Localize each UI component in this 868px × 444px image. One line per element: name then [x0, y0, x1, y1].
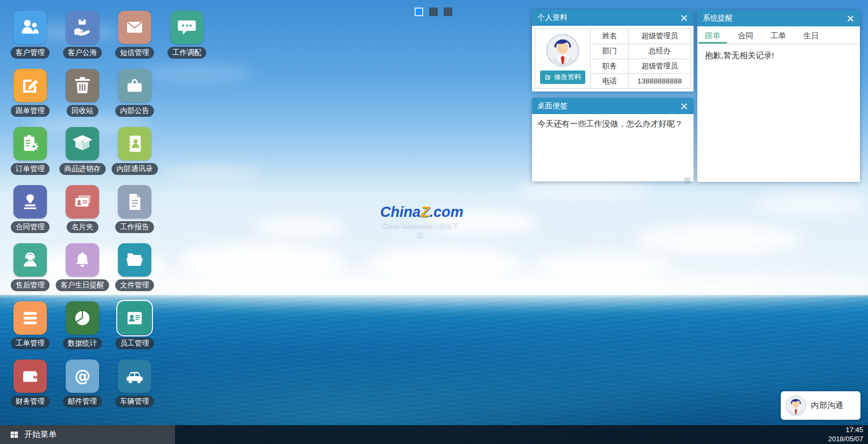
edit-profile-button[interactable]: 修改资料 — [540, 71, 585, 84]
close-icon[interactable] — [680, 14, 688, 22]
wallet-icon — [13, 360, 47, 393]
tab-followup[interactable]: 跟单 — [698, 26, 727, 44]
desktop-app-aftersales-mgmt[interactable]: 售后管理 — [13, 243, 47, 277]
windows-icon — [10, 430, 19, 439]
support-agent-icon — [13, 243, 47, 277]
note-content: 今天还有一些工作没做，怎么办才好呢？ — [537, 119, 683, 128]
desktop-app-internal-contacts[interactable]: 内部通讯录 — [118, 127, 151, 160]
app-label: 工单管理 — [11, 337, 50, 349]
table-row: 职务 超级管理员 — [591, 59, 690, 74]
desktop-app-customer-mgmt[interactable]: 客户管理 — [13, 11, 47, 44]
desktop-app-inventory[interactable]: 商品进销存 — [66, 127, 99, 160]
reminder-empty-message: 抱歉,暂无相关记录! — [697, 44, 860, 67]
app-label: 客户生日提醒 — [56, 279, 109, 291]
handbag-icon — [118, 69, 151, 102]
folder-icon — [118, 243, 151, 277]
desktop-app-birthday-reminder[interactable]: 客户生日提醒 — [66, 243, 99, 277]
app-label: 售后管理 — [11, 279, 50, 291]
app-label: 内部公告 — [115, 105, 154, 117]
profile-avatar-cell: 修改资料 — [535, 29, 591, 88]
desktop-page-3[interactable] — [444, 8, 452, 16]
reminder-panel: 系统提醒 跟单 合同 工单 生日 抱歉,暂无相关记录! — [697, 10, 860, 182]
note-panel-header[interactable]: 桌面便签 — [532, 98, 694, 114]
chinaz-logo-china: China — [380, 204, 421, 220]
reminder-panel-header[interactable]: 系统提醒 — [697, 10, 860, 26]
icon-row: 售后管理 客户生日提醒 文件管理 — [13, 243, 204, 301]
profile-panel-header[interactable]: 个人资料 — [532, 10, 694, 26]
chinaz-watermark: ChinaZ.com China Webmaster | 站长下载 — [380, 205, 461, 239]
field-label: 姓名 — [591, 29, 629, 44]
field-value: 总经办 — [629, 44, 690, 59]
desktop-app-customer-pool[interactable]: 客户公海 — [66, 11, 99, 44]
app-label: 财务管理 — [11, 396, 50, 407]
desktop-app-employee-mgmt[interactable]: 员工管理 — [118, 301, 151, 335]
desktop-app-card-holder[interactable]: 名片夹 — [66, 185, 99, 219]
clock-date: 2018/05/07 — [828, 435, 863, 444]
edit-profile-label: 修改资料 — [554, 73, 581, 82]
resize-handle[interactable] — [684, 178, 690, 184]
field-label: 部门 — [591, 44, 629, 59]
close-icon[interactable] — [680, 102, 688, 110]
app-label: 文件管理 — [115, 279, 154, 291]
desktop-app-internal-notice[interactable]: 内部公告 — [118, 69, 151, 102]
desktop-app-file-mgmt[interactable]: 文件管理 — [118, 243, 151, 277]
document-icon — [118, 185, 151, 219]
chinaz-logo-z: Z — [421, 204, 430, 220]
internal-chat-widget[interactable]: 内部沟通 — [781, 391, 860, 420]
profile-table: 姓名 超级管理员 部门 总经办 职务 超级管理员 电话 13888888888 — [591, 29, 690, 88]
clock: 17:45 2018/05/07 — [828, 426, 868, 444]
icon-row: 财务管理 邮件管理 车辆管理 — [13, 360, 204, 418]
app-label: 内部通讯录 — [111, 163, 158, 175]
field-value: 超级管理员 — [629, 59, 690, 74]
desktop-app-order-mgmt[interactable]: 订单管理 — [13, 127, 47, 160]
profile-panel-body: 修改资料 姓名 超级管理员 部门 总经办 职务 超级管理员 电话 1388888… — [535, 29, 691, 89]
desktop-page-1[interactable] — [415, 8, 423, 16]
app-label: 回收站 — [67, 105, 99, 117]
start-menu-button[interactable]: 开始菜单 — [0, 425, 175, 444]
desktop-app-mail-mgmt[interactable]: 邮件管理 — [66, 360, 99, 393]
profile-panel-title: 个人资料 — [537, 13, 568, 23]
edit-pencil-icon — [13, 69, 47, 102]
app-label: 名片夹 — [67, 221, 99, 233]
note-panel-title: 桌面便签 — [537, 101, 568, 111]
app-label: 工作报告 — [115, 221, 154, 233]
desktop-app-contract-mgmt[interactable]: 合同管理 — [13, 185, 47, 219]
chat-bubble-icon — [170, 11, 204, 44]
desktop-app-finance-mgmt[interactable]: 财务管理 — [13, 360, 47, 393]
desktop-app-vehicle-mgmt[interactable]: 车辆管理 — [118, 360, 151, 393]
close-icon[interactable] — [846, 15, 855, 23]
desktop-app-work-dispatch[interactable]: 工作调配 — [170, 11, 204, 44]
desktop-app-work-report[interactable]: 工作报告 — [118, 185, 151, 219]
avatar — [786, 396, 806, 416]
desktop-app-data-stats[interactable]: 数据统计 — [66, 301, 99, 335]
desktop-app-followup-mgmt[interactable]: 跟单管理 — [13, 69, 47, 102]
desktop-page-2[interactable] — [429, 8, 438, 16]
cloud — [635, 223, 802, 256]
desktop-icon-grid: 客户管理 客户公海 短信管理 工作调配 跟单管理 回收站 内部公告 — [13, 11, 204, 418]
start-menu-label: 开始菜单 — [24, 429, 57, 440]
app-label: 工作调配 — [167, 47, 206, 59]
cloud — [754, 194, 867, 216]
tab-workorder[interactable]: 工单 — [764, 26, 793, 44]
table-row: 部门 总经办 — [591, 44, 690, 59]
address-book-icon — [118, 127, 151, 160]
menu-bars-icon — [13, 301, 47, 335]
app-label: 跟单管理 — [11, 105, 50, 117]
id-card-icon — [118, 301, 151, 335]
desktop-app-workorder-mgmt[interactable]: 工单管理 — [13, 301, 47, 335]
reminder-panel-title: 系统提醒 — [703, 13, 733, 23]
tab-contract[interactable]: 合同 — [731, 26, 760, 44]
note-panel: 桌面便签 今天还有一些工作没做，怎么办才好呢？ — [532, 98, 694, 181]
icon-row: 跟单管理 回收站 内部公告 — [13, 69, 204, 127]
desktop-app-sms-mgmt[interactable]: 短信管理 — [118, 11, 151, 44]
desktop-app-recycle-bin[interactable]: 回收站 — [66, 69, 99, 102]
field-label: 电话 — [591, 74, 629, 88]
envelope-icon — [118, 11, 151, 44]
desktop-pager — [415, 8, 452, 16]
table-row: 电话 13888888888 — [591, 74, 690, 88]
note-textarea[interactable]: 今天还有一些工作没做，怎么办才好呢？ — [534, 116, 691, 185]
tab-birthday[interactable]: 生日 — [797, 26, 825, 44]
icon-row: 工单管理 数据统计 员工管理 — [13, 301, 204, 360]
table-row: 姓名 超级管理员 — [591, 29, 690, 44]
avatar — [546, 34, 579, 67]
